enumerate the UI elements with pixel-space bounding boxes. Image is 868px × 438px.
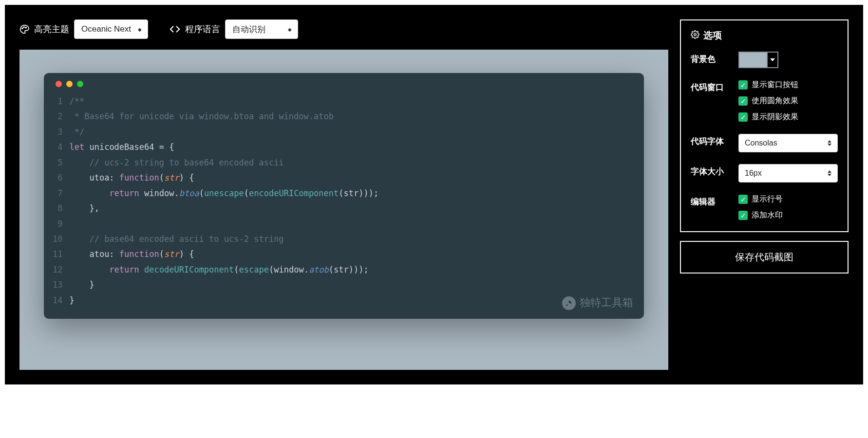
options-title-text: 选项: [703, 29, 722, 42]
chevron-down-icon: [767, 53, 777, 67]
language-value: 自动识别: [232, 24, 265, 35]
code-line: utoa: function(str) {: [69, 170, 635, 185]
font-value: Consolas: [745, 139, 777, 147]
bg-color-swatch: [739, 53, 767, 67]
line-number: 9: [53, 217, 62, 232]
line-number: 8: [53, 201, 62, 216]
theme-label: 高亮主题: [34, 23, 69, 35]
svg-point-1: [23, 27, 24, 28]
language-select[interactable]: 自动识别: [225, 19, 298, 39]
code-line: */: [69, 125, 635, 140]
bg-color-row: 背景色: [691, 52, 838, 68]
check-window-buttons[interactable]: ✓ 显示窗口按钮: [738, 80, 838, 90]
code-line: /**: [69, 94, 635, 109]
traffic-light-green-icon: [77, 81, 83, 87]
sort-icon: [828, 140, 831, 146]
save-screenshot-button[interactable]: 保存代码截图: [680, 241, 849, 274]
checkbox-icon: ✓: [738, 80, 748, 90]
window-options-label: 代码窗口: [691, 80, 733, 93]
font-label: 代码字体: [691, 134, 733, 147]
line-number: 7: [53, 186, 62, 201]
check-label: 显示行号: [752, 194, 783, 204]
code-line: * Base64 for unicode via window.btoa and…: [69, 109, 635, 124]
watermark: 独特工具箱: [562, 293, 633, 313]
line-number: 11: [53, 247, 62, 262]
watermark-text: 独特工具箱: [580, 293, 633, 313]
check-rounded-corners[interactable]: ✓ 使用圆角效果: [738, 96, 838, 106]
font-row: 代码字体 Consolas: [691, 134, 838, 152]
editor-options-row: 编辑器 ✓ 显示行号 ✓ 添加水印: [691, 194, 838, 220]
traffic-light-red-icon: [56, 81, 62, 87]
code-line: return window.btoa(unescape(encodeURICom…: [69, 186, 635, 201]
theme-value: Oceanic Next: [81, 24, 131, 34]
checkbox-icon: ✓: [738, 96, 748, 106]
editor-options-label: 编辑器: [691, 194, 733, 207]
checkbox-icon: ✓: [738, 211, 748, 220]
code-line: // ucs-2 string to base64 encoded ascii: [69, 155, 635, 170]
save-button-label: 保存代码截图: [735, 252, 793, 262]
code-line: }: [69, 293, 635, 308]
svg-point-2: [25, 27, 26, 28]
line-number: 12: [53, 262, 62, 277]
theme-select[interactable]: Oceanic Next: [74, 19, 148, 39]
options-title: 选项: [691, 29, 838, 42]
line-number: 2: [53, 109, 62, 124]
line-number: 13: [53, 277, 62, 292]
sort-icon: [828, 170, 831, 176]
language-label: 程序语言: [185, 23, 220, 35]
line-number-gutter: 1234567891011121314: [53, 94, 69, 308]
preview-canvas: 1234567891011121314 /** * Base64 for uni…: [19, 50, 668, 370]
window-options-row: 代码窗口 ✓ 显示窗口按钮 ✓ 使用圆角效果 ✓ 显示阴影效果: [691, 80, 838, 122]
code-line: let unicodeBase64 = {: [69, 140, 635, 155]
line-number: 6: [53, 170, 62, 185]
language-group: 程序语言 自动识别: [170, 19, 298, 39]
code-line: },: [69, 201, 635, 216]
code-line: }: [69, 277, 635, 292]
code-line: atou: function(str) {: [69, 247, 635, 262]
check-label: 显示窗口按钮: [752, 80, 798, 90]
line-number: 14: [53, 293, 62, 308]
line-number: 4: [53, 140, 62, 155]
checkbox-icon: ✓: [738, 195, 748, 204]
font-size-row: 字体大小 16px: [691, 164, 838, 182]
code-line: return decodeURIComponent(escape(window.…: [69, 262, 635, 277]
palette-icon: [19, 24, 29, 34]
code-body: 1234567891011121314 /** * Base64 for uni…: [53, 94, 635, 308]
svg-point-3: [694, 33, 697, 36]
font-size-label: 字体大小: [691, 164, 733, 177]
check-label: 添加水印: [752, 210, 783, 220]
check-watermark[interactable]: ✓ 添加水印: [738, 210, 838, 220]
check-shadow[interactable]: ✓ 显示阴影效果: [738, 112, 838, 122]
svg-point-0: [22, 28, 23, 29]
bg-color-label: 背景色: [691, 52, 733, 65]
check-label: 使用圆角效果: [752, 96, 798, 106]
gear-icon: [691, 30, 699, 41]
line-number: 5: [53, 155, 62, 170]
app-frame: 高亮主题 Oceanic Next 程序语言 自动识别: [5, 5, 863, 384]
font-size-select[interactable]: 16px: [738, 164, 838, 182]
code-content[interactable]: /** * Base64 for unicode via window.btoa…: [69, 94, 635, 308]
code-window: 1234567891011121314 /** * Base64 for uni…: [44, 73, 644, 319]
code-line: [69, 217, 635, 232]
check-label: 显示阴影效果: [752, 112, 798, 122]
main-column: 高亮主题 Oceanic Next 程序语言 自动识别: [19, 19, 668, 370]
options-panel: 选项 背景色 代码窗口 ✓ 显示窗口按钮: [680, 19, 849, 232]
code-icon: [170, 24, 180, 35]
line-number: 1: [53, 94, 62, 109]
traffic-light-yellow-icon: [66, 81, 73, 87]
font-select[interactable]: Consolas: [738, 134, 838, 152]
window-traffic-lights: [53, 81, 635, 87]
top-toolbar: 高亮主题 Oceanic Next 程序语言 自动识别: [19, 19, 668, 39]
theme-group: 高亮主题 Oceanic Next: [19, 19, 148, 39]
check-line-numbers[interactable]: ✓ 显示行号: [738, 194, 838, 204]
font-size-value: 16px: [745, 169, 762, 178]
line-number: 3: [53, 125, 62, 140]
checkbox-icon: ✓: [738, 112, 748, 122]
bg-color-picker[interactable]: [738, 52, 778, 68]
watermark-badge-icon: [562, 296, 576, 310]
side-column: 选项 背景色 代码窗口 ✓ 显示窗口按钮: [680, 19, 849, 370]
line-number: 10: [53, 232, 62, 247]
code-line: // base64 encoded ascii to ucs-2 string: [69, 232, 635, 247]
